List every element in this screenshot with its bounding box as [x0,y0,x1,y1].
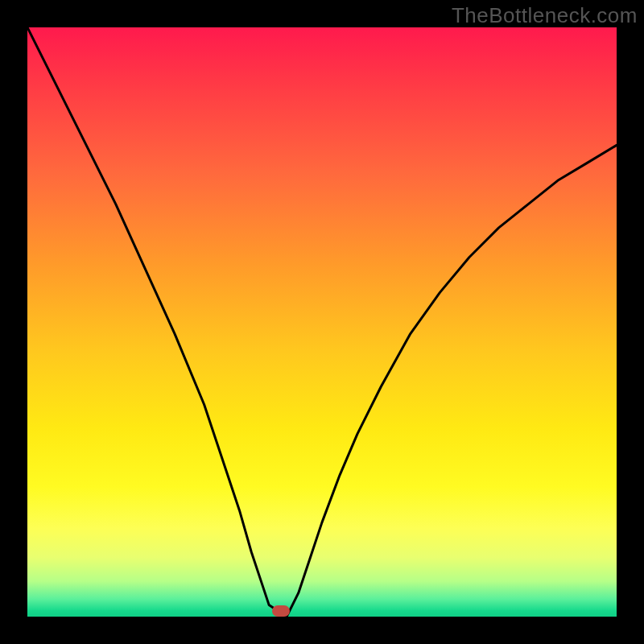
plot-area [27,27,617,617]
watermark-text: TheBottleneck.com [452,3,638,28]
optimal-marker [272,605,290,617]
chart-frame: TheBottleneck.com [0,0,644,644]
background-gradient [27,27,617,617]
